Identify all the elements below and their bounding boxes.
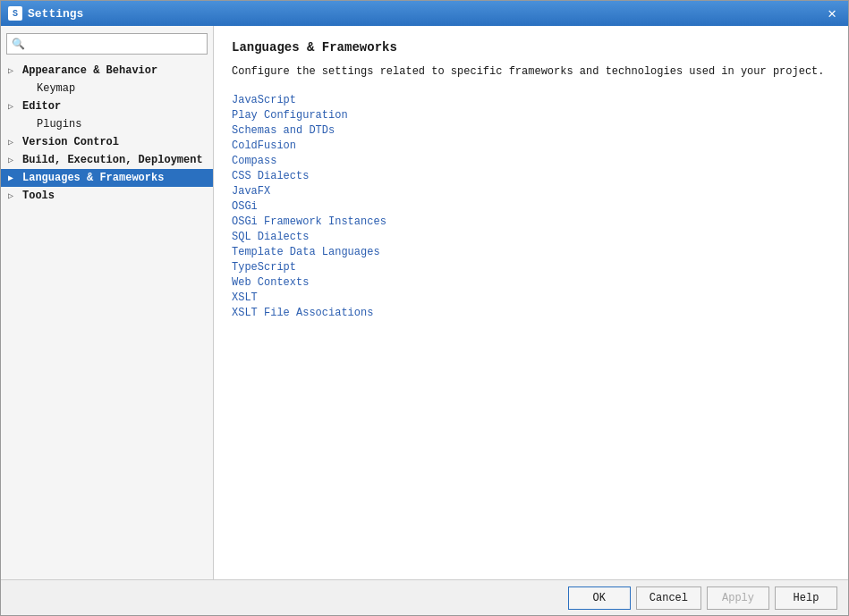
- cancel-button[interactable]: Cancel: [636, 586, 701, 610]
- link-xslt[interactable]: XSLT: [232, 291, 258, 304]
- sidebar-item-plugins[interactable]: Plugins: [1, 115, 213, 133]
- sidebar-label-keymap: Keymap: [37, 82, 75, 95]
- expand-icon-tools: ▷: [8, 190, 19, 201]
- sidebar-label-languages: Languages & Frameworks: [22, 172, 164, 184]
- sidebar-label-appearance: Appearance & Behavior: [22, 64, 157, 77]
- link-compass[interactable]: Compass: [232, 155, 276, 167]
- bottom-bar: OK Cancel Apply Help: [1, 579, 848, 615]
- page-description: Configure the settings related to specif…: [232, 63, 830, 80]
- expand-icon-vc: ▷: [8, 137, 19, 148]
- sidebar-item-editor[interactable]: ▷ Editor: [1, 97, 213, 115]
- link-schemas[interactable]: Schemas and DTDs: [232, 124, 335, 137]
- link-typescript[interactable]: TypeScript: [232, 261, 296, 274]
- sidebar-item-keymap[interactable]: Keymap: [1, 80, 213, 97]
- main-panel: Languages & Frameworks Configure the set…: [214, 26, 848, 579]
- framework-links: JavaScript Play Configuration Schemas an…: [232, 94, 830, 319]
- search-icon: 🔍: [12, 38, 25, 51]
- link-javafx[interactable]: JavaFX: [232, 185, 270, 198]
- sidebar-item-tools[interactable]: ▷ Tools: [1, 187, 213, 205]
- expand-icon-editor: ▷: [8, 101, 19, 112]
- sidebar: 🔍 ▷ Appearance & Behavior Keymap ▷ Edito…: [1, 26, 214, 579]
- list-item-typescript: TypeScript: [232, 261, 830, 274]
- link-web-contexts[interactable]: Web Contexts: [232, 276, 309, 289]
- list-item-play: Play Configuration: [232, 109, 830, 122]
- list-item-xslt-file: XSLT File Associations: [232, 307, 830, 319]
- sidebar-item-build[interactable]: ▷ Build, Execution, Deployment: [1, 151, 213, 169]
- window-icon: S: [8, 6, 22, 21]
- sidebar-label-build: Build, Execution, Deployment: [22, 154, 203, 166]
- list-item-schemas: Schemas and DTDs: [232, 124, 830, 137]
- apply-button[interactable]: Apply: [707, 586, 769, 610]
- link-coldfusion[interactable]: ColdFusion: [232, 139, 296, 152]
- ok-button[interactable]: OK: [568, 586, 631, 610]
- list-item-xslt: XSLT: [232, 291, 830, 304]
- list-item-javafx: JavaFX: [232, 185, 830, 198]
- link-template[interactable]: Template Data Languages: [232, 246, 380, 258]
- sidebar-item-version-control[interactable]: ▷ Version Control: [1, 133, 213, 151]
- sidebar-label-plugins: Plugins: [37, 118, 81, 131]
- list-item-coldfusion: ColdFusion: [232, 139, 830, 152]
- sidebar-item-appearance[interactable]: ▷ Appearance & Behavior: [1, 62, 213, 80]
- link-osgi-framework[interactable]: OSGi Framework Instances: [232, 215, 386, 228]
- sidebar-label-tools: Tools: [22, 190, 55, 202]
- search-box: 🔍: [6, 33, 208, 55]
- link-play[interactable]: Play Configuration: [232, 109, 348, 122]
- window-title: Settings: [28, 7, 823, 21]
- list-item-osgi-framework: OSGi Framework Instances: [232, 215, 830, 228]
- sidebar-label-editor: Editor: [22, 100, 61, 113]
- link-css[interactable]: CSS Dialects: [232, 170, 309, 182]
- sidebar-label-vc: Version Control: [22, 136, 119, 148]
- list-item-javascript: JavaScript: [232, 94, 830, 106]
- list-item-css: CSS Dialects: [232, 170, 830, 182]
- close-button[interactable]: ✕: [823, 4, 841, 22]
- sidebar-item-languages[interactable]: ▶ Languages & Frameworks: [1, 169, 213, 187]
- help-button[interactable]: Help: [775, 586, 837, 610]
- expand-icon-appearance: ▷: [8, 65, 19, 76]
- link-osgi[interactable]: OSGi: [232, 200, 258, 213]
- list-item-compass: Compass: [232, 155, 830, 167]
- expand-icon-languages: ▶: [8, 173, 19, 183]
- list-item-template: Template Data Languages: [232, 246, 830, 258]
- list-item-web-contexts: Web Contexts: [232, 276, 830, 289]
- title-bar: S Settings ✕: [1, 1, 848, 26]
- link-xslt-file[interactable]: XSLT File Associations: [232, 307, 373, 319]
- list-item-osgi: OSGi: [232, 200, 830, 213]
- expand-icon-build: ▷: [8, 155, 19, 165]
- settings-window: S Settings ✕ 🔍 ▷ Appearance & Behavior K…: [0, 0, 849, 616]
- page-title: Languages & Frameworks: [232, 40, 830, 55]
- content-area: 🔍 ▷ Appearance & Behavior Keymap ▷ Edito…: [1, 26, 848, 579]
- search-input[interactable]: [6, 33, 208, 55]
- link-javascript[interactable]: JavaScript: [232, 94, 296, 106]
- list-item-sql: SQL Dialects: [232, 231, 830, 243]
- link-sql[interactable]: SQL Dialects: [232, 231, 309, 243]
